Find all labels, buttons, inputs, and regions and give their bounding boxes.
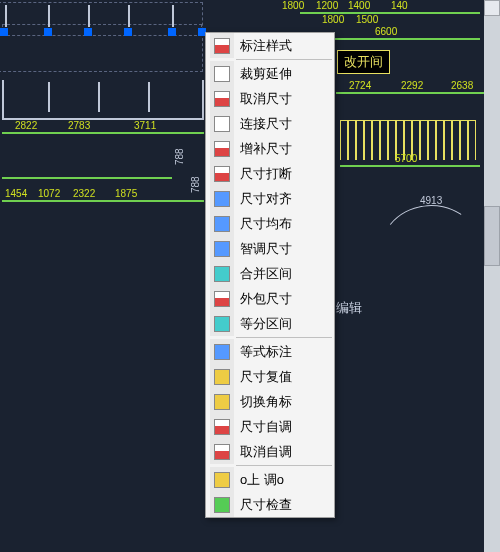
menu-label: 智调尺寸 — [240, 240, 292, 258]
dim-value: 2822 — [15, 120, 37, 131]
menu-item-switch-mark[interactable]: 切换角标 — [206, 389, 334, 414]
menu-item-cancel-dim[interactable]: 取消尺寸 — [206, 86, 334, 111]
riser — [48, 82, 50, 112]
menu-separator — [236, 465, 332, 466]
dim-line — [340, 165, 480, 167]
grip[interactable] — [168, 28, 176, 36]
dim-value: 1500 — [356, 14, 378, 25]
riser — [172, 5, 174, 27]
menu-label: 合并区间 — [240, 265, 292, 283]
grip[interactable] — [0, 28, 8, 36]
menu-label: 取消尺寸 — [240, 90, 292, 108]
eqstyle-icon — [214, 344, 230, 360]
grip[interactable] — [44, 28, 52, 36]
noauto-icon — [214, 444, 230, 460]
menu-item-dim-noauto[interactable]: 取消自调 — [206, 439, 334, 464]
toggle-icon — [214, 472, 230, 488]
grip[interactable] — [84, 28, 92, 36]
menu-label: 裁剪延伸 — [240, 65, 292, 83]
grip[interactable] — [124, 28, 132, 36]
dim-line — [2, 177, 172, 179]
canvas-label-edit: 编辑 — [336, 299, 362, 317]
menu-label: 外包尺寸 — [240, 290, 292, 308]
check-icon — [214, 497, 230, 513]
menu-separator — [236, 337, 332, 338]
menu-item-dim-auto[interactable]: 尺寸自调 — [206, 414, 334, 439]
outline-shape — [2, 80, 204, 120]
menu-item-connect-dim[interactable]: 连接尺寸 — [206, 111, 334, 136]
canvas-label-change-span: 改开间 — [337, 50, 390, 74]
dim-value: 1875 — [115, 188, 137, 199]
auto-icon — [214, 419, 230, 435]
connect-icon — [214, 116, 230, 132]
riser — [88, 5, 90, 27]
menu-separator — [236, 59, 332, 60]
menu-item-dim-restore[interactable]: 尺寸复值 — [206, 364, 334, 389]
menu-label: 标注样式 — [240, 37, 292, 55]
menu-item-dim-check[interactable]: 尺寸检查 — [206, 492, 334, 517]
menu-item-merge-span[interactable]: 合并区间 — [206, 261, 334, 286]
riser — [48, 5, 50, 27]
vertical-scrollbar[interactable] — [484, 0, 500, 552]
switch-icon — [214, 394, 230, 410]
menu-item-break-dim[interactable]: 尺寸打断 — [206, 161, 334, 186]
menu-label: 取消自调 — [240, 443, 292, 461]
menu-item-trim-extend[interactable]: 裁剪延伸 — [206, 61, 334, 86]
dim-value: 788 — [174, 148, 185, 165]
dim-value: 2724 — [349, 80, 371, 91]
dim-value: 1400 — [348, 0, 370, 11]
trim-icon — [214, 66, 230, 82]
dim-value: 2783 — [68, 120, 90, 131]
menu-label: 增补尺寸 — [240, 140, 292, 158]
dim-value: 2292 — [401, 80, 423, 91]
dim-value: 1454 — [5, 188, 27, 199]
menu-item-outer-dim[interactable]: 外包尺寸 — [206, 286, 334, 311]
break-icon — [214, 166, 230, 182]
smart-icon — [214, 241, 230, 257]
menu-item-add-dim[interactable]: 增补尺寸 — [206, 136, 334, 161]
dim-value: 5700 — [395, 153, 417, 164]
equal-icon — [214, 316, 230, 332]
menu-label: 尺寸均布 — [240, 215, 292, 233]
menu-label: o上 调o — [240, 471, 284, 489]
style-icon — [214, 38, 230, 54]
distribute-icon — [214, 216, 230, 232]
menu-item-equal-span[interactable]: 等分区间 — [206, 311, 334, 336]
menu-item-toggle-up-down[interactable]: o上 调o — [206, 467, 334, 492]
dim-line — [2, 200, 204, 202]
scroll-up-button[interactable] — [484, 0, 500, 16]
menu-label: 尺寸打断 — [240, 165, 292, 183]
riser — [128, 5, 130, 27]
dim-value: 2638 — [451, 80, 473, 91]
dim-value: 1200 — [316, 0, 338, 11]
riser — [148, 82, 150, 112]
arc — [374, 198, 486, 301]
menu-item-distribute-dim[interactable]: 尺寸均布 — [206, 211, 334, 236]
menu-label: 切换角标 — [240, 393, 292, 411]
menu-label: 尺寸自调 — [240, 418, 292, 436]
scroll-thumb[interactable] — [484, 206, 500, 266]
dim-value: 3711 — [134, 120, 156, 131]
align-icon — [214, 191, 230, 207]
dimension-context-menu: 标注样式 裁剪延伸 取消尺寸 连接尺寸 增补尺寸 尺寸打断 尺寸对齐 尺寸均布 … — [205, 32, 335, 518]
menu-label: 尺寸对齐 — [240, 190, 292, 208]
menu-item-dim-style[interactable]: 标注样式 — [206, 33, 334, 58]
menu-label: 等分区间 — [240, 315, 292, 333]
add-icon — [214, 141, 230, 157]
menu-label: 尺寸复值 — [240, 368, 292, 386]
dim-line — [2, 132, 204, 134]
menu-item-align-dim[interactable]: 尺寸对齐 — [206, 186, 334, 211]
menu-item-smart-dim[interactable]: 智调尺寸 — [206, 236, 334, 261]
dim-value: 140 — [391, 0, 408, 11]
dim-value: 4913 — [420, 195, 442, 206]
merge-icon — [214, 266, 230, 282]
restore-icon — [214, 369, 230, 385]
menu-label: 尺寸检查 — [240, 496, 292, 514]
menu-item-eq-annotation[interactable]: 等式标注 — [206, 339, 334, 364]
dim-value: 6600 — [375, 26, 397, 37]
cancel-icon — [214, 91, 230, 107]
dim-value: 788 — [190, 176, 201, 193]
dim-value: 1800 — [322, 14, 344, 25]
menu-label: 等式标注 — [240, 343, 292, 361]
riser — [98, 82, 100, 112]
